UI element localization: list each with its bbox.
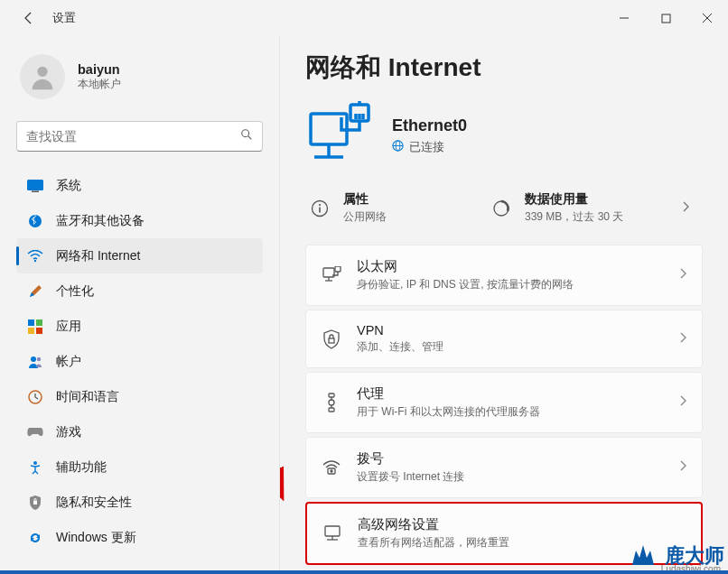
accessibility-icon [27, 459, 43, 476]
sidebar-item-system[interactable]: 系统 [16, 168, 263, 203]
sidebar-item-privacy[interactable]: 隐私和安全性 [16, 485, 263, 520]
connection-block: Ethernet0 已连接 [305, 101, 703, 170]
svg-rect-40 [329, 393, 334, 397]
data-usage-icon [492, 199, 512, 218]
advanced-network-icon [322, 525, 343, 542]
svg-point-16 [37, 356, 41, 360]
svg-point-18 [33, 461, 37, 465]
card-title: 以太网 [357, 258, 574, 275]
sidebar-item-accessibility[interactable]: 辅助功能 [16, 449, 263, 485]
card-ethernet[interactable]: 以太网 身份验证, IP 和 DNS 设置, 按流量计费的网络 [305, 245, 703, 306]
card-sub: 身份验证, IP 和 DNS 设置, 按流量计费的网络 [357, 277, 574, 292]
card-title: 高级网络设置 [358, 516, 509, 533]
svg-point-15 [31, 356, 36, 362]
close-button[interactable] [686, 4, 728, 32]
svg-rect-41 [329, 408, 334, 412]
properties-title: 属性 [343, 191, 387, 208]
svg-rect-12 [36, 319, 42, 326]
svg-rect-38 [335, 266, 341, 272]
sidebar-item-apps[interactable]: 应用 [16, 309, 263, 344]
sidebar-item-label: Windows 更新 [56, 530, 136, 546]
search-icon [240, 128, 253, 144]
clock-icon [27, 389, 43, 405]
back-button[interactable] [16, 5, 42, 31]
connection-name: Ethernet0 [392, 116, 467, 135]
user-block[interactable]: baiyun 本地帐户 [16, 47, 263, 116]
proxy-icon [321, 393, 342, 412]
minimize-button[interactable] [603, 4, 645, 32]
data-usage-title: 数据使用量 [525, 191, 623, 208]
chevron-right-icon [679, 459, 687, 476]
sidebar-item-label: 时间和语言 [56, 389, 119, 405]
svg-rect-39 [329, 338, 334, 343]
sidebar-item-label: 个性化 [56, 283, 94, 300]
data-usage-tile[interactable]: 数据使用量 339 MB，过去 30 天 [492, 191, 674, 225]
search-input[interactable] [26, 130, 240, 144]
card-sub: 用于 Wi-Fi 和以太网连接的代理服务器 [357, 404, 540, 420]
svg-rect-14 [36, 328, 42, 334]
svg-rect-8 [32, 190, 39, 192]
search-box[interactable] [16, 121, 263, 152]
ethernet-icon [321, 266, 342, 284]
user-name: baiyun [78, 62, 121, 77]
maximize-button[interactable] [645, 4, 686, 32]
svg-line-6 [248, 136, 252, 140]
update-icon [27, 530, 43, 546]
globe-icon [392, 140, 404, 154]
properties-tile[interactable]: 属性 公用网络 [311, 191, 492, 225]
bluetooth-icon [27, 213, 43, 229]
accounts-icon [27, 354, 43, 370]
sidebar-item-label: 系统 [56, 178, 81, 194]
sidebar-item-label: 辅助功能 [56, 459, 107, 476]
gamepad-icon [27, 424, 43, 440]
sidebar-item-network[interactable]: 网络和 Internet [16, 238, 263, 273]
sidebar-item-label: 应用 [56, 319, 81, 335]
svg-rect-1 [662, 14, 670, 23]
svg-point-42 [329, 400, 334, 405]
card-advanced-network[interactable]: 高级网络设置 查看所有网络适配器，网络重置 [305, 502, 703, 565]
ethernet-large-icon [305, 101, 374, 170]
vpn-shield-icon [321, 329, 342, 349]
svg-point-46 [331, 470, 332, 472]
svg-rect-19 [33, 501, 37, 505]
taskbar [0, 570, 728, 574]
svg-point-32 [319, 203, 321, 205]
card-title: 拨号 [357, 450, 464, 468]
sidebar-item-gaming[interactable]: 游戏 [16, 414, 263, 449]
sidebar-item-label: 网络和 Internet [56, 248, 140, 264]
svg-rect-11 [28, 319, 34, 326]
properties-sub: 公用网络 [343, 209, 387, 225]
card-sub: 设置拨号 Internet 连接 [357, 469, 464, 485]
sidebar-item-accounts[interactable]: 帐户 [16, 344, 263, 379]
card-sub: 查看所有网络适配器，网络重置 [358, 535, 509, 551]
data-usage-sub: 339 MB，过去 30 天 [525, 209, 623, 225]
page-title: 网络和 Internet [305, 51, 703, 85]
chevron-right-icon [679, 331, 687, 347]
sidebar-item-bluetooth[interactable]: 蓝牙和其他设备 [16, 203, 263, 238]
svg-point-10 [34, 259, 36, 261]
card-sub: 添加、连接、管理 [357, 339, 443, 355]
sidebar-item-windows-update[interactable]: Windows 更新 [16, 520, 263, 555]
svg-rect-47 [325, 526, 340, 536]
sidebar-item-label: 游戏 [56, 424, 81, 440]
info-icon [311, 199, 331, 218]
card-vpn[interactable]: VPN 添加、连接、管理 [305, 310, 703, 368]
sidebar-item-label: 隐私和安全性 [56, 495, 132, 511]
avatar [20, 54, 65, 99]
card-proxy[interactable]: 代理 用于 Wi-Fi 和以太网连接的代理服务器 [305, 372, 703, 433]
system-icon [27, 178, 43, 194]
card-title: VPN [357, 323, 443, 338]
window-title: 设置 [52, 10, 76, 26]
chevron-right-icon[interactable] [674, 200, 697, 217]
svg-line-50 [280, 397, 282, 496]
svg-rect-7 [27, 180, 43, 190]
svg-rect-33 [319, 207, 321, 212]
sidebar-item-personalization[interactable]: 个性化 [16, 273, 263, 309]
chevron-right-icon [679, 267, 687, 283]
sidebar-item-time-language[interactable]: 时间和语言 [16, 379, 263, 414]
connection-status: 已连接 [409, 139, 444, 155]
card-dialup[interactable]: 拨号 设置拨号 Internet 连接 [305, 437, 703, 498]
shield-icon [27, 495, 43, 511]
svg-point-4 [37, 67, 47, 77]
dialup-icon [321, 459, 342, 476]
